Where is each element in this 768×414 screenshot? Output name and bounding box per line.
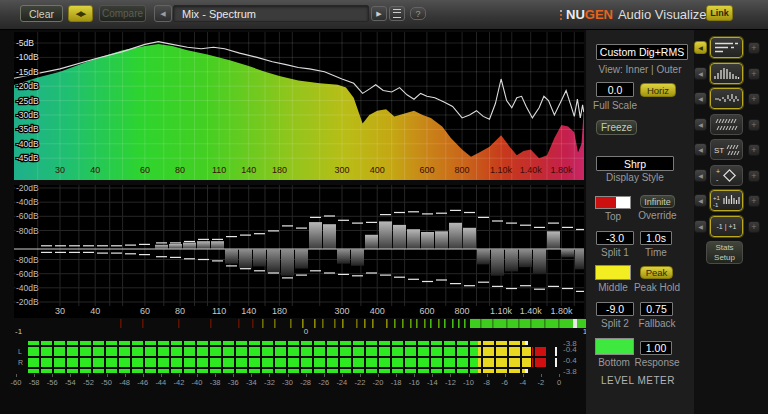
- response-label: Response: [630, 357, 684, 368]
- meter-scale-tick: [179, 374, 180, 377]
- module-5-collapse-button[interactable]: ◀: [694, 143, 707, 156]
- compare-button[interactable]: Compare: [99, 5, 146, 22]
- histogram-freq-tick: 400: [370, 306, 385, 316]
- meter-scale-label: -56: [42, 378, 62, 387]
- middle-color-swatch[interactable]: [595, 265, 631, 280]
- help-button[interactable]: ?: [410, 7, 426, 20]
- spectrum-freq-tick: 1.80k: [550, 165, 573, 175]
- module-7-collapse-button[interactable]: ◀: [694, 194, 707, 207]
- histogram-freq-tick: 300: [334, 306, 349, 316]
- spectrum-freq-tick: 60: [140, 165, 150, 175]
- module-spectrum-bars-button[interactable]: [710, 63, 743, 84]
- spectrum-freq-tick: 400: [370, 165, 385, 175]
- play-icon: ▶: [376, 10, 381, 18]
- histogram-db-tick: -60dB: [16, 211, 39, 221]
- infinite-button[interactable]: Infinite: [640, 195, 675, 208]
- preset-list-button[interactable]: [389, 6, 405, 21]
- module-stereo-spectrogram-button[interactable]: ST: [710, 139, 743, 160]
- stats-setup-button[interactable]: Stats Setup: [706, 241, 743, 264]
- top-color-swatch[interactable]: [595, 196, 631, 209]
- module-3-add-button[interactable]: +: [748, 93, 760, 105]
- spectrum-db-tick: -45dB: [16, 153, 39, 163]
- meter-scale-label: -24: [332, 378, 352, 387]
- time-field[interactable]: 1.0s: [640, 231, 672, 245]
- minus-one-text: -1: [713, 202, 719, 208]
- correlation-label-zero: 0: [304, 327, 309, 336]
- module-correlation-button[interactable]: -1 | +1: [710, 216, 743, 237]
- prev-preset-button[interactable]: ◀: [154, 5, 172, 22]
- clear-button[interactable]: Clear: [20, 5, 63, 22]
- plus-one-text: +1: [713, 195, 721, 201]
- meter-scale-label: -52: [78, 378, 98, 387]
- response-field[interactable]: 1.00: [640, 341, 672, 355]
- histogram-freq-tick: 600: [419, 306, 434, 316]
- histogram-db-tick: -20dB: [16, 297, 39, 307]
- meter-scale-tick: [288, 374, 289, 377]
- meter-scale-label: -10: [459, 378, 479, 387]
- chevron-left-icon: ◀: [160, 10, 165, 18]
- spectrum-bars-icon: [712, 65, 741, 82]
- meter-scale-tick: [52, 374, 53, 377]
- meter-scale-tick: [469, 374, 470, 377]
- stats-setup-line2: Setup: [714, 253, 735, 262]
- horiz-button[interactable]: Horiz: [640, 83, 676, 97]
- module-1-collapse-button[interactable]: ◀: [694, 41, 707, 54]
- full-scale-field[interactable]: 0.0: [596, 82, 634, 97]
- module-level-meter-button[interactable]: +1 -1: [710, 190, 743, 211]
- meter-mode-field[interactable]: Custom Dig+RMS: [596, 44, 688, 60]
- peak-hold-label: Peak Hold: [628, 282, 686, 293]
- meter-scale-tick: [269, 374, 270, 377]
- bottom-color-swatch[interactable]: [595, 338, 634, 355]
- freeze-button[interactable]: Freeze: [596, 120, 637, 135]
- preset-name-field[interactable]: Mix - Spectrum: [173, 5, 369, 22]
- correlation-label-neg1: -1: [15, 327, 23, 336]
- histogram-db-tick: -40dB: [16, 197, 39, 207]
- swap-button[interactable]: ◀▶: [68, 5, 93, 22]
- spectrum-db-tick: -25dB: [16, 96, 39, 106]
- meter-scale-label: -60: [6, 378, 26, 387]
- meter-scale-label: -4: [513, 378, 533, 387]
- module-7-add-button[interactable]: +: [748, 195, 760, 207]
- top-color-right: [616, 197, 630, 208]
- module-4-collapse-button[interactable]: ◀: [694, 118, 707, 131]
- nugen-dots-icon: [560, 9, 562, 21]
- vectorscope-icon: + -: [712, 167, 741, 184]
- histogram-freq-tick: 1.40k: [520, 306, 543, 316]
- spectrum-freq-tick: 600: [419, 165, 434, 175]
- module-4-add-button[interactable]: +: [748, 119, 760, 131]
- meter-scale-tick: [342, 374, 343, 377]
- spectrum-db-tick: -10dB: [16, 52, 39, 62]
- split2-field[interactable]: -9.0: [596, 302, 634, 316]
- peak-button[interactable]: Peak: [640, 266, 673, 279]
- split1-field[interactable]: -3.0: [596, 231, 634, 245]
- display-style-field[interactable]: Shrp: [596, 156, 674, 171]
- module-diff-spectrum-button[interactable]: [710, 88, 743, 109]
- module-8-add-button[interactable]: +: [748, 221, 760, 233]
- meter-scale-tick: [16, 374, 17, 377]
- module-2-collapse-button[interactable]: ◀: [694, 67, 707, 80]
- swap-arrows-icon: ◀▶: [76, 10, 85, 18]
- module-3-collapse-button[interactable]: ◀: [694, 92, 707, 105]
- module-spectrogram-button[interactable]: [710, 114, 743, 135]
- module-6-add-button[interactable]: +: [748, 170, 760, 182]
- fallback-field[interactable]: 0.75: [640, 302, 673, 316]
- module-8-collapse-button[interactable]: ◀: [694, 220, 707, 233]
- module-2-add-button[interactable]: +: [748, 68, 760, 80]
- app-window: Clear ◀▶ Compare ◀ Mix - Spectrum ▶ ? NU…: [0, 0, 768, 414]
- play-button[interactable]: ▶: [371, 6, 387, 21]
- meter-scale-label: -36: [223, 378, 243, 387]
- module-vectorscope-button[interactable]: + -: [710, 165, 743, 186]
- view-mode-label[interactable]: View: Inner | Outer: [586, 64, 694, 75]
- module-spectrum-lines-button[interactable]: [710, 37, 743, 58]
- correlation-gap-marker: [573, 319, 577, 328]
- module-5-add-button[interactable]: +: [748, 144, 760, 156]
- meter-scale-label: -22: [350, 378, 370, 387]
- meter-scale-tick: [450, 374, 451, 377]
- link-button[interactable]: Link: [706, 5, 733, 21]
- histogram-freq-tick: 1.80k: [550, 306, 573, 316]
- spectrum-fill: [14, 44, 584, 180]
- module-6-collapse-button[interactable]: ◀: [694, 169, 707, 182]
- spectrum-db-tick: -5dB: [16, 38, 34, 48]
- module-1-add-button[interactable]: +: [748, 42, 760, 54]
- stereo-spectrogram-icon: ST: [712, 141, 741, 158]
